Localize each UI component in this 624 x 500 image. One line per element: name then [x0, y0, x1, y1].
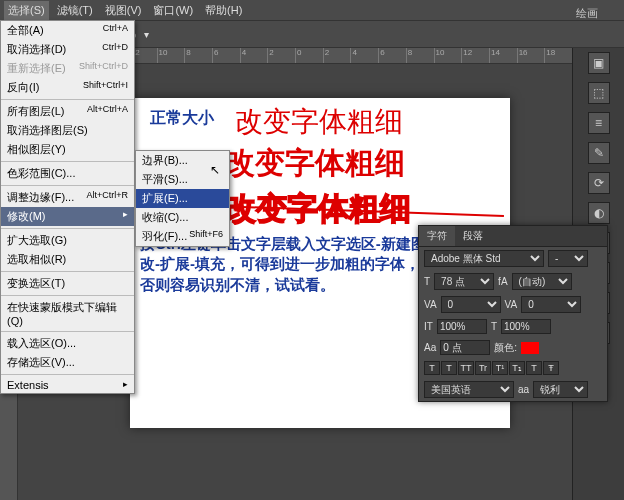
text-normal-size: 正常大小	[150, 108, 214, 129]
menu-item[interactable]: 扩大选取(G)	[1, 231, 134, 250]
font-size-select[interactable]: 78 点	[434, 273, 494, 290]
menubar: 选择(S) 滤镜(T) 视图(V) 窗口(W) 帮助(H) 绘画	[0, 0, 624, 20]
vscale-input[interactable]	[437, 319, 487, 334]
menu-item[interactable]: 全部(A)Ctrl+A	[1, 21, 134, 40]
cursor-icon: ↖	[210, 163, 220, 177]
menu-item[interactable]: 调整边缘(F)...Alt+Ctrl+R	[1, 188, 134, 207]
submenu-item[interactable]: 扩展(E)...	[136, 189, 229, 208]
menu-help[interactable]: 帮助(H)	[201, 1, 246, 20]
menu-item[interactable]: 变换选区(T)	[1, 274, 134, 293]
menu-item[interactable]: 色彩范围(C)...	[1, 164, 134, 183]
menu-item[interactable]: 相似图层(Y)	[1, 140, 134, 159]
baseline-icon: Aa	[424, 342, 436, 353]
character-panel[interactable]: 字符 段落 Adobe 黑体 Std - T 78 点 fA (自动) VA 0…	[418, 225, 608, 402]
kerning-select[interactable]: 0	[441, 296, 501, 313]
baseline-input[interactable]	[440, 340, 490, 355]
menu-filter[interactable]: 滤镜(T)	[53, 1, 97, 20]
text-style-buttons: T T TT Tr T¹ T₁ T Ŧ	[419, 358, 607, 378]
allcaps-button[interactable]: TT	[458, 361, 474, 375]
dock-icon[interactable]: ≡	[588, 112, 610, 134]
chevron-down-icon[interactable]: ▾	[144, 29, 149, 40]
menu-item[interactable]: 存储选区(V)...	[1, 353, 134, 372]
leading-select[interactable]: (自动)	[512, 273, 572, 290]
menu-item[interactable]: 选取相似(R)	[1, 250, 134, 269]
hscale-input[interactable]	[501, 319, 551, 334]
subscript-button[interactable]: T₁	[509, 361, 525, 375]
tracking-select[interactable]: 0	[521, 296, 581, 313]
select-menu-dropdown[interactable]: 全部(A)Ctrl+A取消选择(D)Ctrl+D重新选择(E)Shift+Ctr…	[0, 20, 135, 394]
menu-item[interactable]: 修改(M)▸	[1, 207, 134, 226]
tracking-icon: VA	[505, 299, 518, 310]
size-icon: T	[424, 276, 430, 287]
menu-window[interactable]: 窗口(W)	[149, 1, 197, 20]
underline-button[interactable]: T	[526, 361, 542, 375]
submenu-item[interactable]: 羽化(F)...Shift+F6	[136, 227, 229, 246]
menu-item[interactable]: Extensis▸	[1, 377, 134, 393]
hscale-icon: T	[491, 321, 497, 332]
text-red-2: 改变字体粗细	[225, 143, 405, 184]
menu-item[interactable]: 取消选择(D)Ctrl+D	[1, 40, 134, 59]
color-swatch[interactable]	[521, 342, 539, 354]
kerning-icon: VA	[424, 299, 437, 310]
dock-icon[interactable]: ✎	[588, 142, 610, 164]
menu-item[interactable]: 反向(I)Shift+Ctrl+I	[1, 78, 134, 97]
tab-paragraph[interactable]: 段落	[455, 226, 491, 246]
leading-icon: fA	[498, 276, 507, 287]
aa-label: aa	[518, 384, 529, 395]
text-red-1: 改变字体粗细	[235, 103, 403, 141]
dock-icon[interactable]: ◐	[588, 202, 610, 224]
antialias-select[interactable]: 锐利	[533, 381, 588, 398]
strike-button[interactable]: Ŧ	[543, 361, 559, 375]
tab-character[interactable]: 字符	[419, 226, 455, 246]
menu-item[interactable]: 在快速蒙版模式下编辑(Q)	[1, 298, 134, 329]
dock-icon[interactable]: ⟳	[588, 172, 610, 194]
color-label: 颜色:	[494, 341, 517, 355]
vscale-icon: IT	[424, 321, 433, 332]
superscript-button[interactable]: T¹	[492, 361, 508, 375]
smallcaps-button[interactable]: Tr	[475, 361, 491, 375]
menu-item[interactable]: 载入选区(O)...	[1, 334, 134, 353]
faux-italic-button[interactable]: T	[441, 361, 457, 375]
submenu-item[interactable]: 收缩(C)...	[136, 208, 229, 227]
faux-bold-button[interactable]: T	[424, 361, 440, 375]
menu-item[interactable]: 取消选择图层(S)	[1, 121, 134, 140]
menu-select[interactable]: 选择(S)	[4, 1, 49, 20]
menu-item[interactable]: 所有图层(L)Alt+Ctrl+A	[1, 102, 134, 121]
dock-icon[interactable]: ▣	[588, 52, 610, 74]
workspace-label[interactable]: 绘画	[572, 4, 602, 23]
font-family-select[interactable]: Adobe 黑体 Std	[424, 250, 544, 267]
font-style-select[interactable]: -	[548, 250, 588, 267]
dock-icon[interactable]: ⬚	[588, 82, 610, 104]
menu-view[interactable]: 视图(V)	[101, 1, 146, 20]
menu-item[interactable]: 重新选择(E)Shift+Ctrl+D	[1, 59, 134, 78]
language-select[interactable]: 美国英语	[424, 381, 514, 398]
